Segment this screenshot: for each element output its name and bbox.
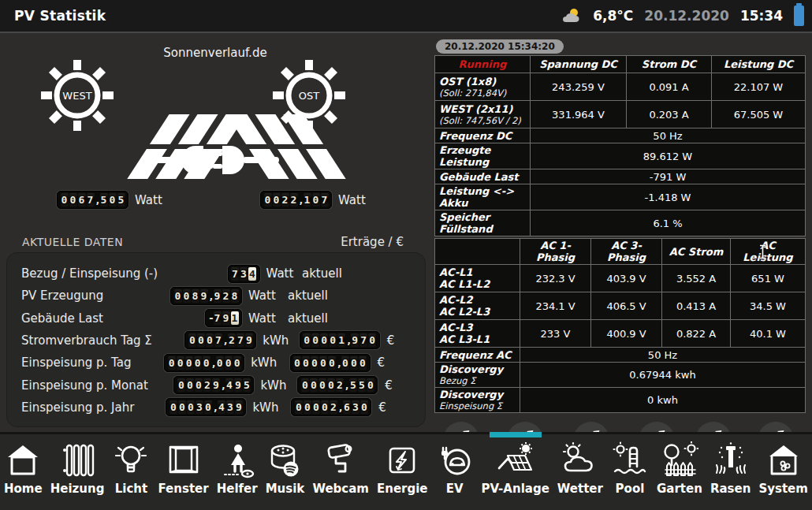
solar-overview-section: Sonnenverlauf.de WEST OST — [0, 33, 430, 432]
discovergy-einspeisung-label: DiscovergyEinspeisung Σ — [435, 388, 520, 413]
speaker-spotify-icon — [266, 441, 304, 479]
discovergy-einspeisung-value: 0 kwh — [520, 388, 806, 413]
top-bar: PV Statistik 6,8°C 20.12.2020 15:34 — [0, 0, 812, 33]
sonnenverlauf-link[interactable]: Sonnenverlauf.de — [0, 46, 430, 60]
ac-l3-strom: 0.822 A — [662, 320, 731, 348]
nav-item-heizung[interactable]: Heizung — [50, 441, 105, 496]
lightbulb-icon — [112, 441, 150, 479]
ertraege-label: Erträge / € — [341, 235, 404, 249]
nav-item-ev[interactable]: EV — [436, 441, 474, 496]
row-einspeisung-monat: Einspeisung p. Monat 00029,495 kWh 00002… — [21, 374, 412, 396]
west-power-counter: 0067,505 — [57, 191, 129, 209]
system-icon — [765, 441, 803, 479]
frequenz-ac-label: Frequenz AC — [435, 348, 520, 363]
row-einspeisung-tag: Einspeisung p. Tag 00000,000 kWh 00000,0… — [21, 352, 412, 374]
row-note: aktuell — [288, 289, 328, 303]
row-bezug-einspeisung: Bezug / Einspeisung (-) 734 Watt aktuell — [21, 262, 412, 285]
page-title: PV Statistik — [8, 8, 106, 24]
nav-item-fenster[interactable]: Fenster — [158, 441, 208, 496]
col-ac-3phasig: AC 3-Phasig — [591, 239, 662, 265]
speicher-fuellstand-value: 6.1 % — [531, 210, 806, 236]
ac-l1-leistung: 651 W — [731, 265, 806, 292]
row-unit: kWh — [246, 400, 283, 415]
running-status: Running — [435, 56, 531, 73]
euro-unit: € — [378, 356, 386, 370]
dc-west-spannung: 331.964 V — [531, 101, 627, 128]
row-unit: Watt — [242, 289, 280, 303]
nav-item-musik[interactable]: Musik — [266, 441, 305, 496]
west-power-display: 0067,505 Watt — [57, 191, 162, 209]
home-icon — [4, 441, 42, 479]
euro-unit: € — [385, 378, 393, 393]
col-ac-strom: AC Strom — [662, 239, 731, 265]
weather-icon — [561, 441, 599, 479]
row-label: Einspeisung p. Tag — [21, 356, 131, 370]
helper-robot-icon — [218, 441, 256, 479]
row-unit: kWh — [244, 356, 281, 370]
row-label: PV Erzeugung — [21, 289, 127, 303]
nav-item-pool[interactable]: Pool — [611, 441, 649, 496]
ac-l2-leistung: 34.5 W — [731, 292, 806, 320]
energy-icon — [383, 441, 421, 479]
col-ac-leistung: AC Leistung — [731, 239, 806, 265]
ost-power-unit: Watt — [338, 193, 366, 207]
nav-item-garten[interactable]: Garten — [657, 441, 702, 496]
frequenz-ac-value: 50 Hz — [520, 348, 806, 363]
nav-item-helfer[interactable]: Helfer — [217, 441, 258, 496]
security-camera-icon — [322, 441, 359, 479]
value-counter: 0089,928 — [170, 287, 242, 305]
row-einspeisung-jahr: Einspeisung p. Jahr 00030,439 kWh 00002,… — [21, 396, 412, 419]
row-label: Bezug / Einspeisung (-) — [21, 266, 158, 281]
row-label: Stromverbrauch Tag Σ — [21, 333, 152, 348]
weather-icon — [561, 6, 582, 25]
frequenz-dc-value: 50 Hz — [531, 128, 806, 143]
ac-l1-v1: 232.3 V — [520, 265, 591, 292]
solar-panels-graphic: WEST OST — [8, 59, 418, 193]
clock: 15:34 — [740, 8, 783, 24]
nav-item-system[interactable]: System — [758, 441, 807, 496]
gebaeude-last-label: Gebäude Last — [435, 169, 531, 184]
row-label: Einspeisung p. Monat — [21, 378, 148, 393]
row-note: aktuell — [288, 311, 328, 326]
nav-item-home[interactable]: Home — [4, 441, 43, 496]
ac-l3-label: AC-L3AC L3-L1 — [435, 320, 520, 348]
nav-item-rasen[interactable]: Rasen — [710, 441, 751, 496]
nav-item-energie[interactable]: Energie — [377, 441, 428, 496]
ac-l3-v1: 233 V — [520, 320, 591, 348]
value-counter: 0007,279 — [184, 331, 256, 349]
value-counter: -791 — [205, 309, 242, 327]
pool-icon — [611, 441, 649, 479]
dc-ost-label: OST (1x8)(Soll: 271,84V) — [435, 73, 531, 101]
nav-item-webcam[interactable]: Webcam — [312, 441, 369, 496]
nav-item-pv-anlage[interactable]: PV-Anlage — [482, 441, 549, 496]
west-power-unit: Watt — [135, 193, 162, 207]
inverter-status-section: 20.12.2020 15:34:20 Running Spannung DC … — [434, 38, 807, 475]
nav-item-licht[interactable]: Licht — [112, 441, 150, 496]
svg-text:WEST: WEST — [62, 90, 91, 102]
erzeugte-leistung-label: Erzeugte Leistung — [435, 143, 531, 169]
euro-counter: 00000,000 — [290, 354, 371, 372]
svg-text:OST: OST — [299, 90, 319, 102]
row-gebaeude-last: Gebäude Last -791 Watt aktuell — [21, 307, 412, 329]
frequenz-dc-label: Frequenz DC — [435, 128, 531, 143]
euro-unit: € — [387, 333, 395, 348]
nav-item-wetter[interactable]: Wetter — [557, 441, 603, 496]
ac-l3-v3: 400.9 V — [591, 320, 662, 348]
row-stromverbrauch-tag: Stromverbrauch Tag Σ 0007,279 kWh 00001,… — [21, 329, 412, 352]
ac-l2-v1: 234.1 V — [520, 292, 591, 320]
row-note: aktuell — [302, 266, 342, 281]
text-cursor — [758, 244, 767, 259]
dc-ost-leistung: 22.107 W — [712, 73, 806, 101]
sprinkler-icon — [712, 441, 750, 479]
ac-l1-strom: 3.552 A — [662, 265, 731, 292]
row-label: Einspeisung p. Jahr — [21, 400, 134, 415]
row-unit: Watt — [260, 266, 294, 281]
euro-counter: 00002,630 — [291, 398, 371, 416]
speicher-fuellstand-label: Speicher Füllstand — [435, 210, 531, 236]
panel-ost-icon — [226, 114, 345, 179]
temperature: 6,8°C — [593, 8, 633, 24]
dc-west-leistung: 67.505 W — [712, 101, 806, 128]
dc-west-label: WEST (2x11)(Soll: 747,56V / 2) — [435, 101, 531, 128]
euro-counter: 00001,970 — [300, 331, 380, 349]
erzeugte-leistung-value: 89.612 W — [531, 143, 806, 169]
